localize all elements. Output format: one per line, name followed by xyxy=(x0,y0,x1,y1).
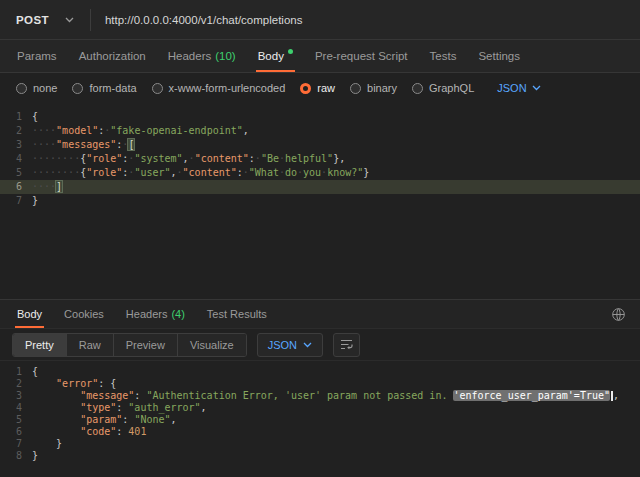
view-raw[interactable]: Raw xyxy=(66,334,113,356)
code-line[interactable]: 1{ xyxy=(0,110,640,124)
tab-test-results[interactable]: Test Results xyxy=(196,300,278,328)
radio-icon xyxy=(350,83,361,94)
code-line[interactable]: 2 "error": { xyxy=(0,378,640,390)
code-line[interactable]: 4········{"role":·"system",·"content":·"… xyxy=(0,152,640,166)
line-number: 5 xyxy=(0,414,32,426)
response-view-switcher: PrettyRawPreviewVisualize xyxy=(12,333,247,357)
response-format-dropdown[interactable]: JSON xyxy=(257,333,323,357)
line-number: 8 xyxy=(0,450,32,462)
code-line[interactable]: 1{ xyxy=(0,366,640,378)
code-line[interactable]: 2····"model":·"fake-openai-endpoint", xyxy=(0,124,640,138)
api-client-window: POST http://0.0.0.0:4000/v1/chat/complet… xyxy=(0,0,640,477)
code-text: } xyxy=(32,194,38,208)
wrap-text-button[interactable] xyxy=(333,333,360,357)
tab-headers[interactable]: Headers(10) xyxy=(157,40,247,72)
tab-label: Authorization xyxy=(79,50,146,62)
selected-text: 'enforce_user_param'=True" xyxy=(453,390,610,401)
code-line[interactable]: 5········{"role":·"user",·"content":·"Wh… xyxy=(0,166,640,180)
code-text: { xyxy=(32,110,38,124)
code-line[interactable]: 5 "param": "None", xyxy=(0,414,640,426)
code-text: ····"model":·"fake-openai-endpoint", xyxy=(32,124,249,138)
body-mode-label: binary xyxy=(367,82,397,94)
code-line[interactable]: 7 } xyxy=(0,438,640,450)
code-line[interactable]: 6····] xyxy=(0,180,640,194)
tab-authorization[interactable]: Authorization xyxy=(68,40,157,72)
tab-tests[interactable]: Tests xyxy=(419,40,468,72)
code-line[interactable]: 4 "type": "auth_error", xyxy=(0,402,640,414)
tab-label: Headers xyxy=(126,308,168,320)
tab-params[interactable]: Params xyxy=(6,40,68,72)
radio-icon xyxy=(300,83,311,94)
code-line[interactable]: 3····"messages":·[ xyxy=(0,138,640,152)
method-selector[interactable]: POST xyxy=(0,14,90,26)
tab-pre-request-script[interactable]: Pre-request Script xyxy=(304,40,419,72)
radio-icon xyxy=(16,83,27,94)
code-text: "error": { xyxy=(32,378,116,390)
tab-body[interactable]: Body xyxy=(247,40,304,72)
network-status-button[interactable] xyxy=(611,307,626,322)
response-editor[interactable]: 1{2 "error": {3 "message": "Authenticati… xyxy=(0,361,640,477)
radio-icon xyxy=(152,83,163,94)
body-mode-form-data[interactable]: form-data xyxy=(72,82,136,94)
radio-icon xyxy=(72,83,83,94)
request-url-bar: POST http://0.0.0.0:4000/v1/chat/complet… xyxy=(0,0,640,40)
code-text: "message": "Authentication Error, 'user'… xyxy=(32,390,619,402)
tab-label: Params xyxy=(17,50,57,62)
response-tabs: BodyCookiesHeaders(4)Test Results xyxy=(6,300,611,328)
tab-label: Body xyxy=(17,308,42,320)
tab-count-badge: (10) xyxy=(215,50,235,62)
code-text: } xyxy=(32,438,62,450)
line-number: 4 xyxy=(0,402,32,414)
method-label: POST xyxy=(16,14,49,26)
view-preview[interactable]: Preview xyxy=(113,334,177,356)
url-input[interactable]: http://0.0.0.0:4000/v1/chat/completions xyxy=(91,14,303,26)
code-line[interactable]: 6 "code": 401 xyxy=(0,426,640,438)
body-mode-label: x-www-form-urlencoded xyxy=(169,82,286,94)
tab-label: Headers xyxy=(168,50,211,62)
body-format-dropdown[interactable]: JSON xyxy=(497,82,540,94)
chevron-down-icon xyxy=(65,17,74,23)
chevron-down-icon xyxy=(532,85,541,91)
view-visualize[interactable]: Visualize xyxy=(177,334,246,356)
code-text: ····"messages":·[ xyxy=(32,138,134,152)
view-pretty[interactable]: Pretty xyxy=(13,334,66,356)
code-line[interactable]: 8} xyxy=(0,450,640,462)
line-number: 4 xyxy=(0,152,32,166)
tab-label: Settings xyxy=(478,50,520,62)
chevron-down-icon xyxy=(303,342,312,348)
line-number: 2 xyxy=(0,124,32,138)
code-text: "code": 401 xyxy=(32,426,146,438)
line-number: 1 xyxy=(0,366,32,378)
body-mode-label: GraphQL xyxy=(429,82,474,94)
body-mode-options: noneform-datax-www-form-urlencodedrawbin… xyxy=(16,82,474,94)
line-number: 7 xyxy=(0,194,32,208)
tab-settings[interactable]: Settings xyxy=(467,40,531,72)
tab-count-badge: (4) xyxy=(171,308,184,320)
body-mode-binary[interactable]: binary xyxy=(350,82,397,94)
tab-label: Test Results xyxy=(207,308,267,320)
body-mode-label: none xyxy=(33,82,57,94)
tab-cookies[interactable]: Cookies xyxy=(53,300,115,328)
body-mode-raw[interactable]: raw xyxy=(300,82,335,94)
body-mode-x-www-form-urlencoded[interactable]: x-www-form-urlencoded xyxy=(152,82,286,94)
body-mode-row: noneform-datax-www-form-urlencodedrawbin… xyxy=(0,73,640,103)
tab-label: Body xyxy=(258,50,284,62)
code-line[interactable]: 3 "message": "Authentication Error, 'use… xyxy=(0,390,640,402)
code-text: } xyxy=(32,450,38,462)
request-editor[interactable]: 1{2····"model":·"fake-openai-endpoint",3… xyxy=(0,103,640,299)
unsaved-changes-dot-icon xyxy=(288,49,293,54)
code-line[interactable]: 7} xyxy=(0,194,640,208)
line-number: 7 xyxy=(0,438,32,450)
body-mode-graphql[interactable]: GraphQL xyxy=(412,82,474,94)
body-mode-none[interactable]: none xyxy=(16,82,57,94)
tab-label: Pre-request Script xyxy=(315,50,408,62)
radio-icon xyxy=(412,83,423,94)
line-number: 5 xyxy=(0,166,32,180)
tab-body[interactable]: Body xyxy=(6,300,53,328)
request-tabs: ParamsAuthorizationHeaders(10)BodyPre-re… xyxy=(0,40,640,73)
line-number: 6 xyxy=(0,426,32,438)
wrap-text-icon xyxy=(340,339,353,350)
response-header: BodyCookiesHeaders(4)Test Results xyxy=(0,299,640,329)
tab-headers[interactable]: Headers(4) xyxy=(115,300,196,328)
code-text: ····] xyxy=(32,180,62,194)
